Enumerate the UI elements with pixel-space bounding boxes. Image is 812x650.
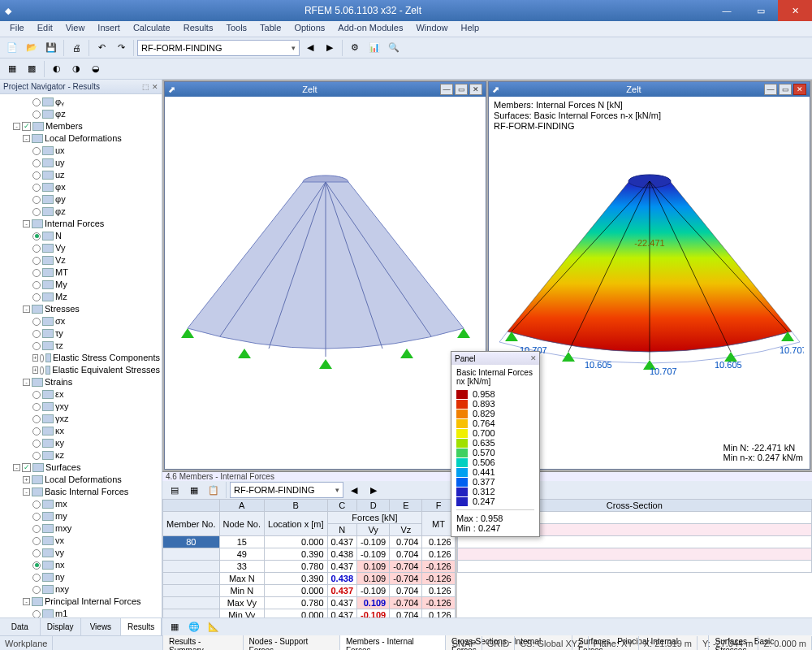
- menu-file[interactable]: File: [3, 21, 31, 37]
- status-snap[interactable]: SNAP: [447, 636, 482, 650]
- tree-label[interactable]: Elastic Stress Components: [53, 352, 160, 364]
- open-icon[interactable]: 📂: [23, 39, 41, 57]
- expander-icon[interactable]: +: [23, 476, 30, 483]
- vis-icon[interactable]: ▦: [166, 618, 184, 636]
- tree-label[interactable]: Local Deformations: [45, 474, 122, 486]
- radio[interactable]: [32, 110, 41, 119]
- tree-label[interactable]: uz: [55, 169, 65, 181]
- radio[interactable]: [32, 415, 41, 423]
- tree-label[interactable]: εx: [55, 388, 63, 401]
- minimize-button[interactable]: —: [710, 0, 744, 21]
- tree-label[interactable]: m1: [55, 608, 67, 618]
- tool-icon[interactable]: ⚙: [346, 39, 364, 57]
- radio[interactable]: [32, 318, 41, 326]
- expander-icon[interactable]: -: [23, 306, 30, 313]
- radio[interactable]: [32, 452, 41, 460]
- menu-insert[interactable]: Insert: [91, 21, 127, 37]
- new-icon[interactable]: 📄: [3, 39, 21, 57]
- tree-label[interactable]: Surfaces: [45, 462, 80, 474]
- redo-icon[interactable]: ↷: [112, 39, 130, 57]
- tree-label[interactable]: κz: [55, 449, 64, 462]
- next-icon[interactable]: ▶: [321, 39, 339, 57]
- nav-tab-results[interactable]: Results: [121, 618, 162, 635]
- radio[interactable]: [32, 403, 41, 411]
- radio[interactable]: [32, 208, 41, 216]
- tree-label[interactable]: Vy: [55, 242, 65, 254]
- view-icon[interactable]: ▦: [3, 60, 21, 78]
- radio[interactable]: [32, 184, 41, 192]
- expander-icon[interactable]: -: [23, 220, 30, 228]
- tree-label[interactable]: Stresses: [45, 303, 80, 315]
- tree-label[interactable]: τy: [55, 327, 63, 340]
- expander-icon[interactable]: -: [13, 123, 20, 130]
- tree-label[interactable]: Internal Forces: [45, 218, 104, 230]
- prev-icon[interactable]: ◀: [301, 39, 319, 57]
- tree-label[interactable]: κx: [55, 425, 64, 437]
- tree-label[interactable]: Local Deformations: [45, 132, 122, 145]
- tree-label[interactable]: Strains: [45, 376, 72, 388]
- checkbox[interactable]: [22, 463, 31, 472]
- menu-calculate[interactable]: Calculate: [127, 21, 177, 37]
- result-tab[interactable]: Nodes - Support Forces: [243, 635, 340, 650]
- max-icon[interactable]: ▭: [455, 84, 468, 95]
- undo-icon[interactable]: ↶: [93, 39, 110, 57]
- view-icon[interactable]: ◑: [67, 60, 85, 78]
- expander-icon[interactable]: -: [13, 464, 20, 471]
- menu-edit[interactable]: Edit: [31, 21, 59, 37]
- radio[interactable]: [32, 586, 41, 594]
- radio[interactable]: [32, 500, 41, 509]
- legend-panel[interactable]: Panel Basic Internal Forces nx [kN/m] 0.…: [451, 351, 540, 537]
- table-tool-icon[interactable]: ▤: [166, 481, 184, 499]
- radio[interactable]: [32, 440, 41, 448]
- radio[interactable]: [32, 245, 41, 253]
- menu-view[interactable]: View: [59, 21, 92, 37]
- tree-label[interactable]: φy: [55, 193, 66, 206]
- tree-label[interactable]: ny: [55, 571, 65, 583]
- view-icon[interactable]: ◒: [87, 60, 105, 78]
- radio[interactable]: [32, 513, 41, 521]
- radio[interactable]: [32, 147, 41, 155]
- tree-label[interactable]: Elastic Equivalent Stresses: [52, 364, 160, 376]
- close-button[interactable]: ✕: [778, 0, 812, 21]
- tree-label[interactable]: γxy: [55, 401, 69, 413]
- tree-label[interactable]: my: [55, 510, 67, 522]
- print-icon[interactable]: 🖨: [67, 39, 85, 57]
- tree-label[interactable]: nx: [55, 559, 65, 571]
- radio[interactable]: [32, 427, 41, 436]
- maximize-button[interactable]: ▭: [744, 0, 778, 21]
- loadcase-combo[interactable]: RF-FORM-FINDING: [137, 40, 300, 56]
- radio[interactable]: [40, 354, 44, 362]
- radio[interactable]: [32, 196, 41, 204]
- min-icon[interactable]: —: [764, 84, 777, 95]
- radio[interactable]: [32, 98, 41, 106]
- tree-label[interactable]: mx: [55, 498, 67, 510]
- radio[interactable]: [40, 366, 44, 375]
- tree-label[interactable]: Members: [45, 120, 83, 132]
- nav-tab-data[interactable]: Data: [0, 618, 41, 635]
- radio[interactable]: [32, 574, 41, 582]
- radio[interactable]: [32, 171, 41, 180]
- table-tool-icon[interactable]: ▦: [185, 481, 203, 499]
- tree-label[interactable]: σx: [55, 315, 65, 327]
- result-tab[interactable]: Members - Internal Forces: [339, 635, 446, 650]
- tree-label[interactable]: φx: [55, 181, 66, 193]
- tree-label[interactable]: φz: [55, 206, 66, 218]
- tree-label[interactable]: φz: [55, 108, 66, 120]
- menu-add-on modules[interactable]: Add-on Modules: [331, 21, 409, 37]
- results-grid[interactable]: ABCDEFMember No.Node No.Location x [m]Fo…: [162, 499, 456, 634]
- table-combo[interactable]: RF-FORM-FINDING: [230, 482, 343, 498]
- tree-label[interactable]: N: [55, 230, 62, 242]
- radio[interactable]: [32, 391, 41, 399]
- radio[interactable]: [32, 342, 41, 350]
- checkbox[interactable]: [22, 122, 31, 131]
- tree-label[interactable]: κy: [55, 437, 64, 449]
- nav-tab-views[interactable]: Views: [81, 618, 122, 635]
- viewport-left[interactable]: x y z: [165, 97, 486, 469]
- radio[interactable]: [32, 537, 41, 545]
- expander-icon[interactable]: +: [32, 366, 38, 374]
- radio[interactable]: [32, 525, 41, 533]
- table-tool-icon[interactable]: 📋: [205, 481, 222, 499]
- tree-label[interactable]: uy: [55, 157, 65, 169]
- close-icon[interactable]: ✕: [793, 84, 806, 95]
- tree-label[interactable]: Basic Internal Forces: [45, 486, 128, 498]
